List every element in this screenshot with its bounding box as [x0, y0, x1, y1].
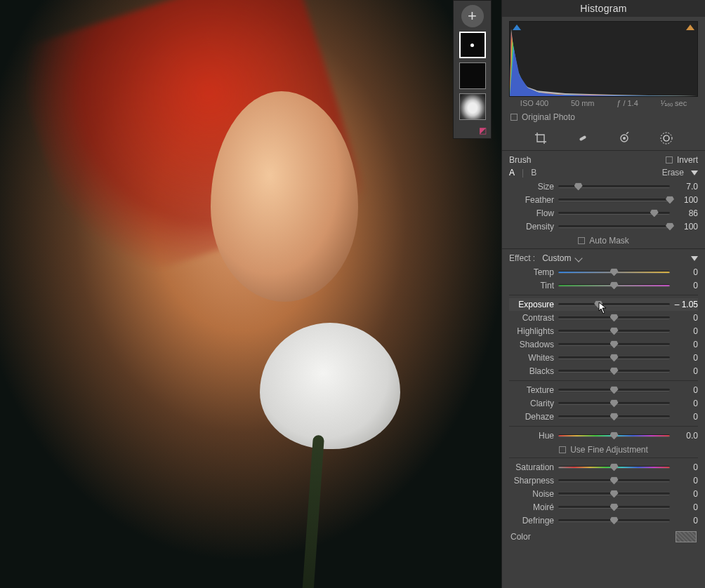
slider-value[interactable]: 0	[670, 366, 698, 376]
slider-sharpness[interactable]	[558, 476, 670, 485]
slider-density[interactable]	[558, 222, 670, 231]
local-tools	[506, 126, 701, 150]
slider-value[interactable]: 0	[670, 412, 698, 422]
slider-shadows[interactable]	[558, 340, 670, 349]
histogram[interactable]	[509, 21, 698, 97]
slider-row-hue: Hue0.0	[509, 429, 698, 442]
slider-value[interactable]: 0.0	[670, 431, 698, 441]
slider-label: Size	[509, 182, 558, 192]
mask-thumb-2[interactable]	[459, 62, 486, 89]
slider-label: Density	[509, 222, 558, 232]
slider-hue[interactable]	[558, 432, 670, 440]
crop-icon[interactable]	[534, 131, 548, 145]
slider-whites[interactable]	[558, 354, 670, 362]
fineadj-label: Use Fine Adjustment	[570, 445, 648, 455]
brush-b[interactable]: B	[531, 168, 536, 178]
slider-value[interactable]: 0	[670, 281, 698, 290]
brush-ab: A | B	[509, 168, 536, 178]
slider-value[interactable]: 0	[670, 353, 698, 363]
slider-size[interactable]	[558, 182, 670, 191]
brush-a[interactable]: A	[509, 168, 515, 178]
exif-focal: 50 mm	[571, 99, 595, 108]
slider-temp[interactable]	[558, 268, 670, 276]
slider-label: Clarity	[509, 399, 558, 408]
slider-label: Noise	[509, 489, 558, 499]
histogram-chart	[510, 22, 697, 96]
automask-checkbox[interactable]	[578, 237, 585, 244]
cursor-icon	[598, 302, 608, 314]
histogram-header[interactable]: Histogram	[502, 0, 705, 17]
slider-row-moiré: Moiré0	[509, 501, 698, 514]
slider-value[interactable]: 86	[670, 208, 698, 218]
slider-value[interactable]: – 1.05	[670, 300, 698, 309]
mask-thumb-1[interactable]	[459, 32, 486, 58]
redeye-icon[interactable]	[617, 131, 631, 145]
slider-value[interactable]: 7.0	[670, 182, 698, 192]
fineadj-checkbox[interactable]	[559, 446, 566, 453]
slider-row-shadows: Shadows0	[509, 338, 698, 351]
slider-texture[interactable]	[558, 386, 670, 394]
slider-flow[interactable]	[558, 209, 670, 218]
slider-value[interactable]: 0	[670, 516, 698, 526]
slider-label: Temp	[509, 267, 558, 277]
exif-aperture: ƒ / 1.4	[617, 99, 638, 108]
slider-noise[interactable]	[558, 490, 670, 498]
develop-panel: Histogram ISO 400 50 mm ƒ / 1.4 ¹⁄₁₆₀ se…	[501, 0, 705, 588]
slider-value[interactable]: 0	[670, 326, 698, 336]
exif-iso: ISO 400	[520, 99, 548, 108]
slider-dehaze[interactable]	[558, 413, 670, 421]
slider-blacks[interactable]	[558, 367, 670, 375]
slider-value[interactable]: 100	[670, 222, 698, 232]
slider-clarity[interactable]	[558, 399, 670, 408]
svg-rect-0	[579, 135, 586, 141]
slider-value[interactable]: 100	[670, 195, 698, 205]
effect-disclose-icon[interactable]	[691, 256, 698, 261]
svg-point-2	[623, 137, 626, 140]
slider-row-blacks: Blacks0	[509, 365, 698, 377]
slider-value[interactable]: 0	[670, 385, 698, 395]
slider-row-exposure: Exposure– 1.05	[509, 298, 698, 311]
slider-value[interactable]: 0	[670, 313, 698, 323]
slider-contrast[interactable]	[558, 314, 670, 322]
invert-label: Invert	[677, 155, 698, 165]
slider-defringe[interactable]	[558, 516, 670, 525]
slider-label: Saturation	[509, 462, 558, 472]
brush-disclose-icon[interactable]	[691, 171, 698, 175]
slider-highlights[interactable]	[558, 327, 670, 335]
slider-value[interactable]: 0	[670, 476, 698, 486]
slider-row-saturation: Saturation0	[509, 461, 698, 474]
svg-point-5	[664, 135, 669, 141]
slider-value[interactable]: 0	[670, 399, 698, 408]
effect-popup[interactable]: Custom	[542, 253, 571, 263]
photo-stem	[302, 435, 324, 588]
heal-icon[interactable]	[576, 131, 590, 145]
masks-toggle-icon[interactable]: ◩	[479, 126, 487, 135]
slider-value[interactable]: 0	[670, 267, 698, 277]
slider-exposure[interactable]	[558, 300, 670, 309]
radial-mask-icon[interactable]	[659, 131, 673, 145]
add-mask-button[interactable]: +	[461, 5, 484, 27]
brush-erase[interactable]: Erase	[662, 168, 684, 178]
slider-feather[interactable]	[558, 196, 670, 204]
color-swatch[interactable]	[676, 531, 697, 542]
slider-label: Contrast	[509, 313, 558, 323]
original-photo-row[interactable]: Original Photo	[510, 112, 697, 122]
original-photo-label: Original Photo	[522, 112, 575, 122]
brush-section: Brush Invert A | B Erase Size7.0Feather1…	[502, 150, 705, 248]
slider-moiré[interactable]	[558, 503, 670, 512]
slider-row-whites: Whites0	[509, 352, 698, 364]
slider-label: Flow	[509, 208, 558, 218]
slider-value[interactable]: 0	[670, 340, 698, 349]
slider-value[interactable]: 0	[670, 502, 698, 512]
slider-tint[interactable]	[558, 281, 670, 290]
original-photo-checkbox[interactable]	[510, 114, 518, 121]
effect-popup-icon[interactable]	[575, 254, 583, 262]
slider-value[interactable]: 0	[670, 462, 698, 472]
masks-strip: + ◩	[453, 0, 492, 139]
slider-value[interactable]: 0	[670, 489, 698, 499]
mask-thumb-3[interactable]	[459, 93, 486, 120]
invert-checkbox[interactable]	[666, 156, 673, 163]
image-canvas[interactable]	[0, 0, 501, 588]
exif-meta: ISO 400 50 mm ƒ / 1.4 ¹⁄₁₆₀ sec	[509, 99, 698, 108]
slider-saturation[interactable]	[558, 463, 670, 472]
